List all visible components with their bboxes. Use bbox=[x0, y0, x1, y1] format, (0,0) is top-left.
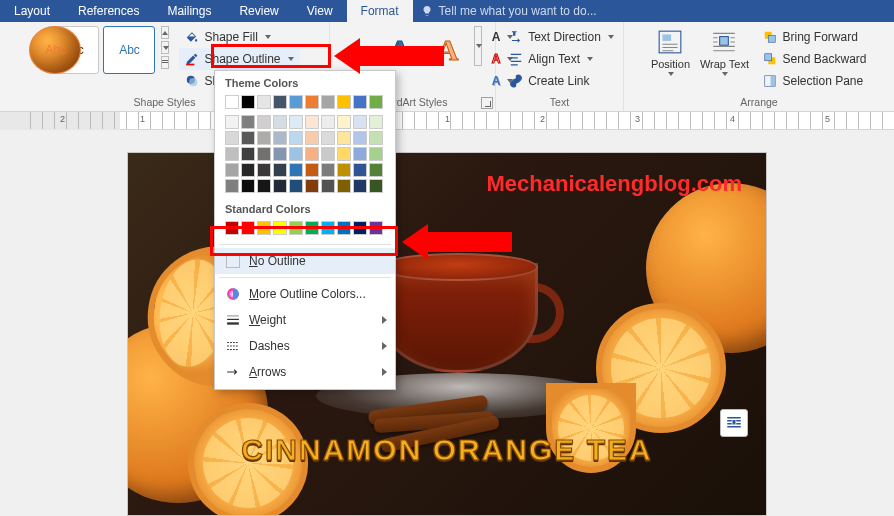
position-button[interactable]: Position bbox=[645, 26, 695, 76]
color-swatch[interactable] bbox=[369, 131, 383, 145]
more-outline-colors-item[interactable]: More Outline Colors... bbox=[215, 281, 395, 307]
color-swatch[interactable] bbox=[305, 147, 319, 161]
color-swatch[interactable] bbox=[289, 163, 303, 177]
color-swatch[interactable] bbox=[241, 131, 255, 145]
tab-mailings[interactable]: Mailings bbox=[153, 0, 225, 22]
color-swatch[interactable] bbox=[369, 95, 383, 109]
color-swatch[interactable] bbox=[321, 115, 335, 129]
color-swatch[interactable] bbox=[289, 115, 303, 129]
color-swatch[interactable] bbox=[353, 115, 367, 129]
color-swatch[interactable] bbox=[353, 95, 367, 109]
color-swatch[interactable] bbox=[305, 115, 319, 129]
tab-references[interactable]: References bbox=[64, 0, 153, 22]
color-swatch[interactable] bbox=[257, 221, 271, 235]
layout-options-button[interactable] bbox=[720, 409, 748, 437]
color-swatch[interactable] bbox=[337, 179, 351, 193]
color-swatch[interactable] bbox=[337, 147, 351, 161]
color-swatch[interactable] bbox=[305, 179, 319, 193]
wordart-preset-1[interactable]: A bbox=[378, 26, 422, 74]
color-swatch[interactable] bbox=[305, 131, 319, 145]
color-swatch[interactable] bbox=[241, 163, 255, 177]
color-swatch[interactable] bbox=[321, 179, 335, 193]
color-swatch[interactable] bbox=[225, 131, 239, 145]
color-swatch[interactable] bbox=[337, 221, 351, 235]
align-text-button[interactable]: Align Text bbox=[503, 48, 620, 70]
color-swatch[interactable] bbox=[225, 221, 239, 235]
create-link-button[interactable]: Create Link bbox=[503, 70, 620, 92]
color-swatch[interactable] bbox=[289, 147, 303, 161]
send-backward-button[interactable]: Send Backward bbox=[757, 48, 872, 70]
gallery-scroll-up[interactable] bbox=[161, 26, 169, 39]
color-swatch[interactable] bbox=[289, 179, 303, 193]
color-swatch[interactable] bbox=[257, 131, 271, 145]
color-swatch[interactable] bbox=[337, 115, 351, 129]
color-swatch[interactable] bbox=[369, 163, 383, 177]
dashes-item[interactable]: Dashes bbox=[215, 333, 395, 359]
color-swatch[interactable] bbox=[369, 147, 383, 161]
color-swatch[interactable] bbox=[305, 163, 319, 177]
tab-view[interactable]: View bbox=[293, 0, 347, 22]
color-swatch[interactable] bbox=[273, 221, 287, 235]
color-swatch[interactable] bbox=[337, 95, 351, 109]
wordart-preset-2[interactable]: A bbox=[426, 26, 470, 74]
color-swatch[interactable] bbox=[241, 95, 255, 109]
color-swatch[interactable] bbox=[289, 221, 303, 235]
color-swatch[interactable] bbox=[241, 221, 255, 235]
color-swatch[interactable] bbox=[241, 179, 255, 193]
color-swatch[interactable] bbox=[353, 179, 367, 193]
color-swatch[interactable] bbox=[369, 179, 383, 193]
color-swatch[interactable] bbox=[369, 221, 383, 235]
gallery-more[interactable] bbox=[161, 56, 169, 69]
arrows-item[interactable]: Arrows bbox=[215, 359, 395, 385]
shape-style-preset-2[interactable]: Abc bbox=[103, 26, 155, 74]
color-swatch[interactable] bbox=[321, 163, 335, 177]
color-swatch[interactable] bbox=[289, 131, 303, 145]
shape-outline-button[interactable]: Shape Outline bbox=[179, 48, 299, 70]
color-swatch[interactable] bbox=[273, 163, 287, 177]
color-swatch[interactable] bbox=[241, 147, 255, 161]
wordart-gallery-more[interactable] bbox=[474, 26, 482, 66]
no-outline-item[interactable]: No Outline bbox=[215, 248, 395, 274]
color-swatch[interactable] bbox=[273, 95, 287, 109]
color-swatch[interactable] bbox=[273, 131, 287, 145]
gallery-scroll-down[interactable] bbox=[161, 41, 169, 54]
color-swatch[interactable] bbox=[225, 163, 239, 177]
color-swatch[interactable] bbox=[273, 115, 287, 129]
shape-fill-button[interactable]: Shape Fill bbox=[179, 26, 299, 48]
color-swatch[interactable] bbox=[337, 131, 351, 145]
color-swatch[interactable] bbox=[273, 179, 287, 193]
color-swatch[interactable] bbox=[305, 95, 319, 109]
color-swatch[interactable] bbox=[225, 179, 239, 193]
color-swatch[interactable] bbox=[353, 221, 367, 235]
selection-pane-button[interactable]: Selection Pane bbox=[757, 70, 872, 92]
color-swatch[interactable] bbox=[305, 221, 319, 235]
tab-format[interactable]: Format bbox=[347, 0, 413, 22]
color-swatch[interactable] bbox=[225, 147, 239, 161]
color-swatch[interactable] bbox=[353, 131, 367, 145]
tab-review[interactable]: Review bbox=[225, 0, 292, 22]
color-swatch[interactable] bbox=[321, 221, 335, 235]
horizontal-ruler[interactable]: 2 1 1 2 3 4 5 bbox=[0, 112, 894, 130]
color-swatch[interactable] bbox=[353, 163, 367, 177]
color-swatch[interactable] bbox=[273, 147, 287, 161]
tab-layout[interactable]: Layout bbox=[0, 0, 64, 22]
color-swatch[interactable] bbox=[369, 115, 383, 129]
color-swatch[interactable] bbox=[257, 179, 271, 193]
color-swatch[interactable] bbox=[225, 95, 239, 109]
color-swatch[interactable] bbox=[225, 115, 239, 129]
bring-forward-button[interactable]: Bring Forward bbox=[757, 26, 872, 48]
tell-me-search[interactable]: Tell me what you want to do... bbox=[413, 4, 605, 18]
text-direction-button[interactable]: Text Direction bbox=[503, 26, 620, 48]
color-swatch[interactable] bbox=[289, 95, 303, 109]
color-swatch[interactable] bbox=[257, 147, 271, 161]
color-swatch[interactable] bbox=[241, 115, 255, 129]
wrap-text-button[interactable]: Wrap Text bbox=[699, 26, 749, 76]
wordart-launcher[interactable] bbox=[481, 97, 493, 109]
weight-item[interactable]: Weight bbox=[215, 307, 395, 333]
color-swatch[interactable] bbox=[321, 147, 335, 161]
color-swatch[interactable] bbox=[353, 147, 367, 161]
color-swatch[interactable] bbox=[257, 95, 271, 109]
color-swatch[interactable] bbox=[257, 163, 271, 177]
color-swatch[interactable] bbox=[321, 95, 335, 109]
color-swatch[interactable] bbox=[321, 131, 335, 145]
